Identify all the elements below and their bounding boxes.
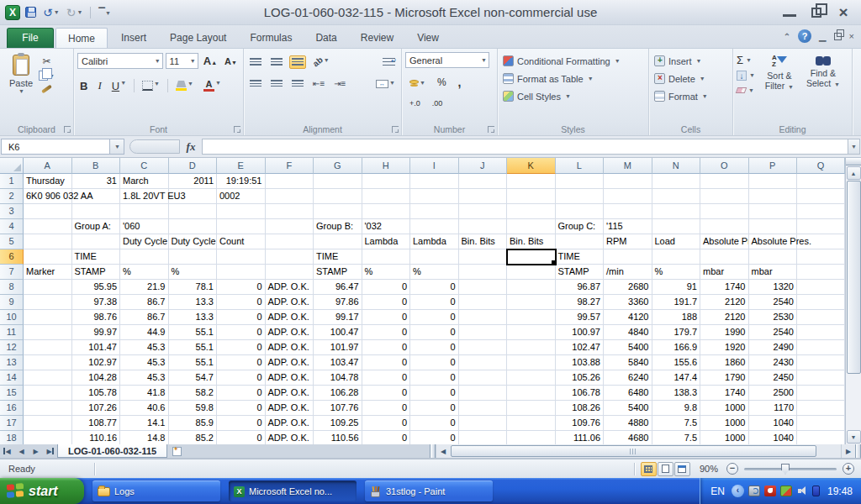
cell-L15[interactable]: 106.78 bbox=[556, 386, 605, 401]
cell-P15[interactable]: 2500 bbox=[749, 386, 798, 401]
cell-K16[interactable] bbox=[507, 401, 556, 416]
cell-G2[interactable] bbox=[314, 189, 362, 204]
cell-L16[interactable]: 108.26 bbox=[556, 401, 605, 416]
cell-H2[interactable] bbox=[362, 189, 411, 204]
cell-E14[interactable]: 0 bbox=[217, 370, 266, 386]
cell-G11[interactable]: 100.47 bbox=[314, 325, 362, 340]
cell-L18[interactable]: 111.06 bbox=[556, 431, 605, 444]
cell-O5[interactable]: Absolute Pres. bbox=[700, 234, 749, 249]
cell-E9[interactable]: 0 bbox=[217, 295, 266, 310]
cell-J12[interactable] bbox=[459, 340, 508, 355]
cell-A16[interactable] bbox=[24, 401, 72, 416]
cell-P11[interactable]: 2540 bbox=[749, 325, 798, 340]
zoom-in-button[interactable]: + bbox=[843, 463, 854, 475]
cell-O16[interactable]: 1000 bbox=[700, 401, 749, 416]
cell-O12[interactable]: 1920 bbox=[700, 340, 749, 355]
italic-button[interactable]: I bbox=[95, 76, 103, 95]
cell-B12[interactable]: 101.47 bbox=[72, 340, 121, 355]
cell-E1[interactable]: 19:19:51 bbox=[217, 174, 266, 189]
cell-K10[interactable] bbox=[507, 310, 556, 325]
column-header-D[interactable]: D bbox=[169, 158, 218, 174]
cell-M9[interactable]: 3360 bbox=[604, 295, 652, 310]
insert-cells-button[interactable]: Insert▼ bbox=[652, 52, 729, 70]
tab-page-layout[interactable]: Page Layout bbox=[158, 28, 238, 48]
cell-C14[interactable]: 45.3 bbox=[120, 370, 169, 386]
cell-M2[interactable] bbox=[604, 189, 652, 204]
cell-B3[interactable] bbox=[72, 204, 121, 219]
cell-G14[interactable]: 104.78 bbox=[314, 370, 362, 386]
cell-B16[interactable]: 107.26 bbox=[72, 401, 121, 416]
horizontal-scroll-thumb[interactable] bbox=[451, 445, 816, 457]
font-color-button[interactable]: A▼ bbox=[201, 77, 224, 94]
cell-F7[interactable] bbox=[266, 265, 314, 280]
cell-N15[interactable]: 138.3 bbox=[652, 386, 701, 401]
cell-M5[interactable]: RPM bbox=[604, 234, 652, 249]
cell-Q11[interactable] bbox=[797, 325, 845, 340]
cell-F4[interactable] bbox=[266, 219, 314, 234]
workbook-minimize-icon[interactable]: ▁ bbox=[819, 32, 826, 41]
underline-button[interactable]: U▼ bbox=[109, 77, 129, 95]
cell-G6[interactable]: TIME bbox=[314, 249, 362, 265]
row-header-5[interactable]: 5 bbox=[0, 234, 24, 249]
comma-style-button[interactable]: , bbox=[456, 76, 464, 88]
cell-C4[interactable]: '060 bbox=[120, 219, 169, 234]
workbook-restore-icon[interactable] bbox=[834, 33, 842, 40]
cell-F9[interactable]: ADP. O.K. bbox=[266, 295, 314, 310]
cell-O13[interactable]: 1860 bbox=[700, 355, 749, 370]
cell-G7[interactable]: STAMP bbox=[314, 265, 362, 280]
cell-Q9[interactable] bbox=[797, 295, 845, 310]
cell-G5[interactable] bbox=[314, 234, 362, 249]
next-sheet-button[interactable]: ▶ bbox=[29, 444, 43, 458]
delete-cells-button[interactable]: Delete▼ bbox=[652, 70, 729, 87]
cell-A11[interactable] bbox=[24, 325, 72, 340]
row-header-6[interactable]: 6 bbox=[0, 249, 24, 265]
cell-I13[interactable]: 0 bbox=[410, 355, 459, 370]
borders-button[interactable]: ▼ bbox=[140, 78, 162, 93]
clear-button[interactable]: ▼ bbox=[737, 84, 755, 97]
decrease-indent-button[interactable]: ⇤≡ bbox=[310, 76, 327, 91]
cell-K7[interactable] bbox=[507, 265, 556, 280]
cell-F17[interactable]: ADP. O.K. bbox=[266, 416, 314, 431]
cell-H12[interactable]: 0 bbox=[362, 340, 411, 355]
cell-N18[interactable]: 7.5 bbox=[652, 431, 701, 444]
cell-J17[interactable] bbox=[459, 416, 508, 431]
cell-O18[interactable]: 1000 bbox=[700, 431, 749, 444]
cell-H14[interactable]: 0 bbox=[362, 370, 411, 386]
cell-P9[interactable]: 2540 bbox=[749, 295, 798, 310]
cell-H11[interactable]: 0 bbox=[362, 325, 411, 340]
scroll-left-icon[interactable]: ◀ bbox=[436, 444, 450, 458]
cell-J5[interactable]: Bin. Bits bbox=[459, 234, 508, 249]
cell-B7[interactable]: STAMP bbox=[72, 265, 121, 280]
align-right-button[interactable] bbox=[289, 77, 306, 91]
cell-P13[interactable]: 2430 bbox=[749, 355, 798, 370]
cell-F6[interactable] bbox=[266, 249, 314, 265]
cell-E12[interactable]: 0 bbox=[217, 340, 266, 355]
tray-pdf-icon[interactable] bbox=[764, 486, 776, 496]
cell-D3[interactable] bbox=[169, 204, 218, 219]
column-header-F[interactable]: F bbox=[266, 158, 314, 174]
cell-B10[interactable]: 98.76 bbox=[72, 310, 121, 325]
tray-network-icon[interactable] bbox=[748, 486, 760, 496]
restore-button[interactable] bbox=[807, 6, 826, 19]
cell-J1[interactable] bbox=[459, 174, 508, 189]
cell-P14[interactable]: 2450 bbox=[749, 370, 798, 386]
cell-Q16[interactable] bbox=[797, 401, 845, 416]
cell-C3[interactable] bbox=[120, 204, 169, 219]
cell-J2[interactable] bbox=[459, 189, 508, 204]
conditional-formatting-button[interactable]: Conditional Formatting▼ bbox=[501, 52, 645, 70]
name-box[interactable]: K6 bbox=[1, 139, 110, 155]
row-header-2[interactable]: 2 bbox=[0, 189, 24, 204]
cell-M14[interactable]: 6240 bbox=[604, 370, 652, 386]
cell-D14[interactable]: 54.7 bbox=[169, 370, 218, 386]
column-header-C[interactable]: C bbox=[120, 158, 169, 174]
cell-F10[interactable]: ADP. O.K. bbox=[266, 310, 314, 325]
row-header-11[interactable]: 11 bbox=[0, 325, 24, 340]
cell-J13[interactable] bbox=[459, 355, 508, 370]
cell-C1[interactable]: March bbox=[120, 174, 169, 189]
cell-F8[interactable]: ADP. O.K. bbox=[266, 280, 314, 295]
cell-H18[interactable]: 0 bbox=[362, 431, 411, 444]
cell-C17[interactable]: 14.1 bbox=[120, 416, 169, 431]
column-header-O[interactable]: O bbox=[700, 158, 749, 174]
cell-J6[interactable] bbox=[459, 249, 508, 265]
cell-Q14[interactable] bbox=[797, 370, 845, 386]
